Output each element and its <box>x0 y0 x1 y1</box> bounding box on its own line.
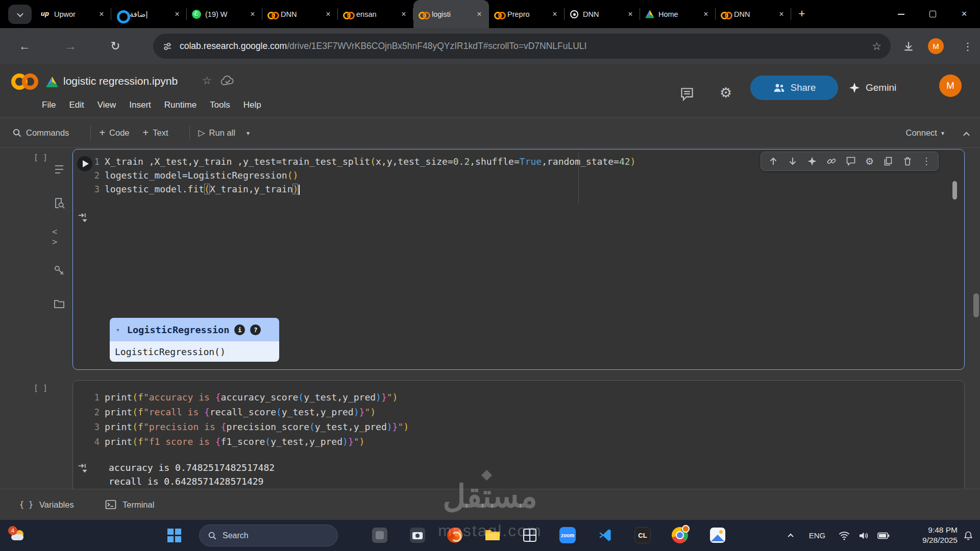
menu-item[interactable]: View <box>97 100 116 110</box>
variables-button[interactable]: { } Variables <box>19 489 74 520</box>
browser-tab[interactable]: DNN × <box>565 0 640 28</box>
code-line[interactable]: 3 print(f"precision is {precision_score(… <box>73 419 934 434</box>
code-line[interactable]: 1 print(f"accuracy is {accuracy_score(y_… <box>73 390 934 405</box>
more-actions-icon[interactable]: ⋮ <box>922 156 931 167</box>
terminal-button[interactable]: Terminal <box>105 489 154 520</box>
delete-cell-icon[interactable] <box>902 156 913 166</box>
browser-tab[interactable]: Upwor × <box>36 0 111 28</box>
taskbar-app-snip[interactable] <box>370 525 389 545</box>
move-cell-up-icon[interactable] <box>768 156 778 166</box>
comment-icon[interactable] <box>846 156 856 166</box>
taskbar-clock[interactable]: 9:48 PM 9/28/2025 <box>922 525 958 545</box>
tab-close-icon[interactable]: × <box>399 10 408 19</box>
star-notebook-icon[interactable]: ☆ <box>202 74 212 87</box>
wifi-icon[interactable] <box>836 520 852 551</box>
taskbar-search[interactable]: Search <box>199 524 338 546</box>
estimator-header[interactable]: ▾ LogisticRegression i ? <box>110 318 279 341</box>
browser-tab[interactable]: (19) W × <box>187 0 262 28</box>
tab-close-icon[interactable]: × <box>626 10 635 19</box>
volume-icon[interactable] <box>855 520 872 551</box>
page-scrollbar[interactable] <box>973 293 979 317</box>
copy-cell-icon[interactable] <box>883 156 893 166</box>
comments-icon[interactable] <box>680 87 694 101</box>
start-button[interactable] <box>167 529 181 542</box>
bookmark-star-icon[interactable]: ☆ <box>872 40 881 53</box>
add-text-button[interactable]: + Text <box>143 127 168 139</box>
tab-close-icon[interactable]: × <box>475 10 484 19</box>
menu-item[interactable]: Help <box>243 100 261 110</box>
tab-close-icon[interactable]: × <box>324 10 333 19</box>
browser-tab[interactable]: logisti × <box>413 0 489 28</box>
code-line[interactable]: 4 print(f"f1 score is {f1_score(y_test,y… <box>73 434 934 449</box>
taskbar-app-vscode[interactable] <box>595 525 615 545</box>
maximize-button[interactable] <box>917 0 948 28</box>
menu-item[interactable]: File <box>42 100 56 110</box>
sidebar-find-replace-icon[interactable] <box>52 196 66 210</box>
browser-tab[interactable]: Prepro × <box>489 0 565 28</box>
language-indicator[interactable]: ENG <box>805 520 829 551</box>
notification-bell-icon[interactable] <box>960 520 977 551</box>
connect-button[interactable]: Connect ▾ <box>906 118 945 147</box>
widgets-weather-icon[interactable]: 4 <box>8 526 31 545</box>
settings-gear-icon[interactable]: ⚙ <box>720 85 732 101</box>
gemini-spark-icon[interactable] <box>807 156 817 166</box>
menu-item[interactable]: Edit <box>69 100 84 110</box>
show-hidden-icons[interactable] <box>782 520 799 551</box>
new-tab-button[interactable]: + <box>794 7 810 22</box>
forward-button[interactable]: → <box>60 28 81 64</box>
editor-scrollbar[interactable] <box>952 181 957 199</box>
run-all-button[interactable]: ▷ Run all ▾ <box>198 128 249 138</box>
help-badge-icon[interactable]: ? <box>250 324 261 335</box>
sidebar-files-icon[interactable] <box>52 297 66 311</box>
cell-settings-gear-icon[interactable]: ⚙ <box>865 156 874 167</box>
taskbar-app-office[interactable] <box>445 525 464 545</box>
taskbar-app-zoom[interactable]: zoom <box>558 525 577 545</box>
add-code-button[interactable]: + Code <box>99 127 129 139</box>
minimize-button[interactable] <box>885 0 917 28</box>
close-button[interactable]: × <box>948 0 980 28</box>
browser-menu-icon[interactable]: ⋮ <box>958 28 978 64</box>
taskbar-app-photos[interactable] <box>708 525 727 545</box>
cell-output-icon[interactable] <box>77 462 89 474</box>
tab-close-icon[interactable]: × <box>173 10 182 19</box>
taskbar-app-file-explorer[interactable] <box>483 525 502 545</box>
caret-down-icon[interactable]: ▾ <box>247 130 250 137</box>
menu-item[interactable]: Tools <box>210 100 230 110</box>
battery-icon[interactable] <box>875 520 892 551</box>
reload-button[interactable]: ↻ <box>105 28 126 64</box>
address-bar[interactable]: colab.research.google.com/drive/1E3F7WVr… <box>153 34 891 59</box>
tab-close-icon[interactable]: × <box>701 10 710 19</box>
gemini-button[interactable]: Gemini <box>848 76 896 100</box>
code-line[interactable]: 3 logestic_model.fit(X_train,y_train) <box>73 182 934 196</box>
cell-output-icon[interactable] <box>77 212 89 224</box>
code-cell-2[interactable]: 1 print(f"accuracy is {accuracy_score(y_… <box>72 380 965 489</box>
sidebar-code-snippets-icon[interactable]: < > <box>52 230 66 244</box>
taskbar-app-cl[interactable]: CL <box>633 525 652 545</box>
tab-close-icon[interactable]: × <box>248 10 257 19</box>
commands-button[interactable]: Commands <box>12 128 69 138</box>
tab-close-icon[interactable]: × <box>550 10 559 19</box>
browser-tab[interactable]: DNN × <box>262 0 338 28</box>
sidebar-secrets-key-icon[interactable] <box>52 263 66 278</box>
share-button[interactable]: Share <box>750 76 838 100</box>
downloads-icon[interactable] <box>898 28 919 64</box>
sidebar-table-of-contents-icon[interactable] <box>52 162 66 177</box>
browser-tab[interactable]: DNN × <box>716 0 791 28</box>
notebook-title[interactable]: logistic regression.ipynb <box>63 75 178 87</box>
cell1-execution-marker[interactable]: [ ] <box>34 153 47 162</box>
tab-close-icon[interactable]: × <box>777 10 786 19</box>
cell2-code[interactable]: 1 print(f"accuracy is {accuracy_score(y_… <box>73 390 934 449</box>
menu-item[interactable]: Insert <box>129 100 151 110</box>
move-cell-down-icon[interactable] <box>788 156 798 166</box>
code-line[interactable]: 2 print(f"recall is {recall_score(y_test… <box>73 405 934 419</box>
browser-tab[interactable]: إضافة × <box>111 0 187 28</box>
collapse-header-button[interactable] <box>964 130 969 139</box>
tab-search-button[interactable] <box>8 5 32 24</box>
code-cell-1[interactable]: 1 X_train ,X_test,y_train ,y_test=train_… <box>72 149 965 370</box>
colab-profile-avatar[interactable]: M <box>939 74 962 97</box>
info-badge-icon[interactable]: i <box>234 324 245 335</box>
taskbar-app-window[interactable] <box>520 525 540 545</box>
link-icon[interactable] <box>826 156 837 166</box>
tab-close-icon[interactable]: × <box>97 10 106 19</box>
browser-tab[interactable]: ensan × <box>338 0 413 28</box>
